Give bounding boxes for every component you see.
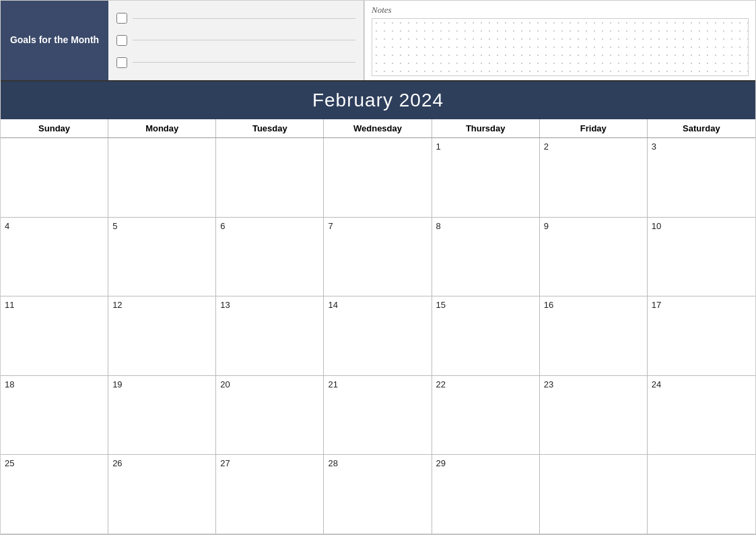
calendar-cell[interactable]: 1: [432, 138, 540, 218]
calendar-cell[interactable]: 4: [1, 218, 108, 297]
cell-day-number: 13: [220, 300, 230, 310]
cell-day-number: 1: [436, 141, 441, 152]
goal-row-2: [116, 35, 355, 46]
calendar-cell[interactable]: 24: [648, 376, 755, 455]
top-section: Goals for the Month Notes: [1, 1, 755, 82]
calendar-cell[interactable]: 5: [108, 218, 216, 297]
goal-line-3: [133, 62, 355, 63]
goals-checkboxes: [108, 1, 364, 80]
cell-day-number: 15: [436, 300, 446, 310]
notes-label: Notes: [372, 5, 749, 15]
cell-day-number: 9: [544, 221, 549, 231]
calendar-cell[interactable]: 8: [432, 218, 540, 297]
cell-day-number: 12: [112, 300, 122, 310]
calendar-cell[interactable]: 10: [648, 218, 755, 297]
cell-day-number: 5: [112, 221, 117, 231]
calendar-cell[interactable]: 13: [216, 296, 324, 376]
calendar-cell[interactable]: [216, 138, 324, 218]
goal-line-2: [133, 40, 355, 40]
cell-day-number: 23: [544, 379, 553, 389]
cell-day-number: 4: [5, 221, 9, 231]
calendar-cell[interactable]: 28: [324, 455, 432, 534]
calendar-cell[interactable]: 2: [540, 138, 648, 218]
calendar-cell[interactable]: 15: [432, 296, 540, 376]
cell-day-number: 8: [436, 221, 441, 231]
calendar-month-header: February 2024: [1, 82, 755, 119]
cell-day-number: 2: [544, 141, 549, 152]
cell-day-number: 25: [5, 458, 14, 468]
calendar-cell[interactable]: 3: [648, 138, 755, 218]
goal-line-1: [133, 18, 355, 19]
cell-day-number: 3: [652, 141, 656, 152]
day-of-week-tuesday: Tuesday: [216, 119, 324, 137]
calendar-cell[interactable]: 22: [432, 376, 540, 455]
calendar-cell[interactable]: [540, 455, 648, 534]
day-of-week-saturday: Saturday: [648, 119, 755, 137]
calendar-cell[interactable]: 14: [324, 296, 432, 376]
cell-day-number: 26: [112, 458, 122, 468]
calendar-cell[interactable]: 16: [540, 296, 648, 376]
cell-day-number: 27: [220, 458, 230, 468]
cell-day-number: 21: [328, 379, 337, 389]
calendar-cell[interactable]: 26: [108, 455, 216, 534]
cell-day-number: 22: [436, 379, 446, 389]
goal-checkbox-3[interactable]: [116, 57, 127, 68]
calendar-cell[interactable]: 9: [540, 218, 648, 297]
calendar-cell[interactable]: 21: [324, 376, 432, 455]
day-of-week-monday: Monday: [108, 119, 216, 137]
calendar-cell[interactable]: 29: [432, 455, 540, 534]
calendar-cell[interactable]: 12: [108, 296, 216, 376]
day-of-week-sunday: Sunday: [1, 119, 108, 137]
calendar-cell[interactable]: 18: [1, 376, 108, 455]
cell-day-number: 11: [5, 300, 14, 310]
calendar-page: Goals for the Month Notes: [0, 0, 756, 535]
cell-day-number: 16: [544, 300, 553, 310]
calendar-cell[interactable]: 19: [108, 376, 216, 455]
calendar-cell[interactable]: 23: [540, 376, 648, 455]
days-of-week-header: SundayMondayTuesdayWednesdayThursdayFrid…: [1, 119, 755, 138]
cell-day-number: 20: [220, 379, 230, 389]
goal-checkbox-1[interactable]: [116, 13, 127, 24]
cell-day-number: 14: [328, 300, 337, 310]
notes-box: Notes: [364, 1, 755, 80]
calendar-cell[interactable]: 17: [648, 296, 755, 376]
notes-area[interactable]: [372, 18, 749, 76]
day-of-week-friday: Friday: [540, 119, 648, 137]
goals-label: Goals for the Month: [1, 1, 108, 80]
goal-row-1: [116, 13, 355, 24]
calendar-cell[interactable]: [648, 455, 755, 534]
calendar-cell[interactable]: [324, 138, 432, 218]
cell-day-number: 17: [652, 300, 661, 310]
cell-day-number: 29: [436, 458, 446, 468]
calendar-cell[interactable]: [108, 138, 216, 218]
calendar-cell[interactable]: 7: [324, 218, 432, 297]
calendar-cell[interactable]: [1, 138, 108, 218]
cell-day-number: 19: [112, 379, 122, 389]
goal-checkbox-2[interactable]: [116, 35, 127, 46]
cell-day-number: 28: [328, 458, 337, 468]
day-of-week-wednesday: Wednesday: [324, 119, 432, 137]
calendar-cell[interactable]: 11: [1, 296, 108, 376]
cell-day-number: 10: [652, 221, 661, 231]
cell-day-number: 7: [328, 221, 333, 231]
calendar-cell[interactable]: 6: [216, 218, 324, 297]
calendar-cell[interactable]: 27: [216, 455, 324, 534]
calendar-grid: 1234567891011121314151617181920212223242…: [1, 138, 755, 534]
calendar-cell[interactable]: 25: [1, 455, 108, 534]
cell-day-number: 18: [5, 379, 14, 389]
goals-box: Goals for the Month: [1, 1, 364, 80]
goal-row-3: [116, 57, 355, 68]
cell-day-number: 6: [220, 221, 225, 231]
cell-day-number: 24: [652, 379, 661, 389]
calendar-cell[interactable]: 20: [216, 376, 324, 455]
day-of-week-thursday: Thursday: [432, 119, 540, 137]
